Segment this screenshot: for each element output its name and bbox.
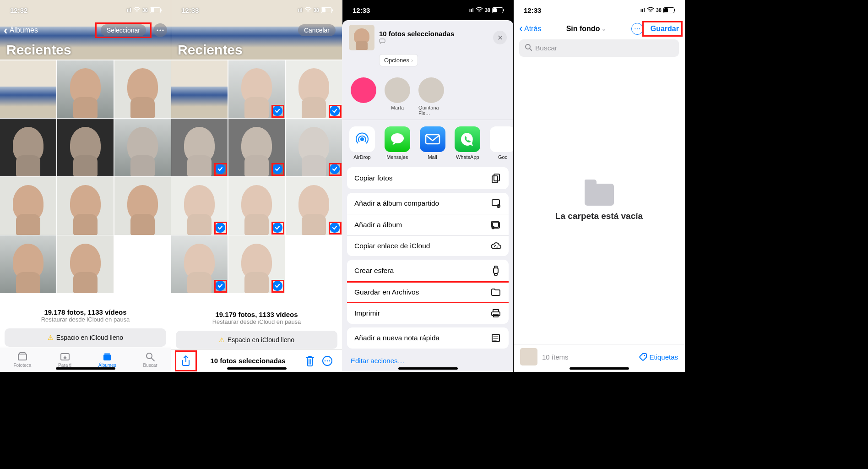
album-icon bbox=[490, 220, 501, 229]
back-button[interactable]: ‹Atrás bbox=[519, 23, 541, 35]
contact-suggestion[interactable] bbox=[351, 77, 376, 116]
items-count: 10 ítems bbox=[542, 353, 569, 361]
library-summary: 19.179 fotos, 1133 vídeos Restaurar desd… bbox=[171, 306, 342, 327]
status-time: 12:33 bbox=[353, 6, 370, 14]
photo-tile[interactable] bbox=[0, 119, 56, 176]
photo-tile-selected[interactable] bbox=[171, 177, 228, 235]
action-label: Copiar enlace de iCloud bbox=[354, 242, 430, 250]
app-mail[interactable]: Mail bbox=[418, 126, 447, 160]
status-right: ııl 38 bbox=[298, 7, 332, 14]
icloud-banner[interactable]: ⚠︎ Espacio en iCloud lleno bbox=[176, 331, 337, 349]
photo-tile-selected[interactable] bbox=[228, 119, 285, 176]
folder-title[interactable]: Sin fondo⌄ bbox=[541, 25, 631, 33]
save-button[interactable]: Guardar bbox=[651, 25, 679, 33]
options-label: Opciones bbox=[384, 57, 409, 64]
photo-tile[interactable] bbox=[57, 60, 114, 118]
photo-tile-selected[interactable] bbox=[286, 177, 342, 235]
photo-tile[interactable] bbox=[0, 177, 56, 235]
action-add-album[interactable]: Añadir a álbum bbox=[347, 214, 509, 236]
share-title: 10 fotos seleccionadas bbox=[379, 30, 454, 38]
action-create-watchface[interactable]: Crear esfera bbox=[347, 260, 509, 282]
photo-tile-selected[interactable] bbox=[228, 60, 285, 118]
count-line: 19.179 fotos, 1133 vídeos bbox=[171, 311, 342, 318]
contacts-row[interactable]: Marta Quintana Fis… bbox=[342, 71, 513, 120]
home-indicator[interactable] bbox=[570, 367, 629, 370]
photo-tile[interactable] bbox=[0, 60, 56, 118]
battery-icon bbox=[150, 7, 161, 13]
svg-rect-27 bbox=[494, 268, 498, 273]
tab-label: Para ti bbox=[58, 363, 71, 368]
photo-tile-selected[interactable] bbox=[228, 235, 285, 293]
photo-tile-selected[interactable] bbox=[171, 235, 228, 293]
svg-point-17 bbox=[360, 137, 364, 141]
share-thumbnail bbox=[349, 25, 374, 50]
tab-albumes[interactable]: Álbumes bbox=[98, 352, 116, 368]
status-right: ııl 38 bbox=[469, 7, 503, 14]
status-time: 12:33 bbox=[524, 6, 541, 14]
tab-parati[interactable]: Para ti bbox=[58, 352, 71, 368]
photo-tile-selected[interactable] bbox=[286, 119, 342, 176]
action-shared-album[interactable]: Añadir a álbum compartido bbox=[347, 193, 509, 214]
shared-album-icon bbox=[490, 199, 501, 208]
status-time: 12:32 bbox=[10, 6, 27, 14]
photo-tile[interactable] bbox=[57, 119, 114, 176]
home-indicator[interactable] bbox=[398, 367, 458, 370]
photo-tile[interactable] bbox=[114, 119, 171, 176]
photo-tile-collage[interactable] bbox=[286, 235, 342, 293]
more-button[interactable] bbox=[153, 23, 167, 37]
svg-point-36 bbox=[644, 355, 645, 356]
back-label[interactable]: Álbumes bbox=[10, 26, 38, 34]
battery-text: 38 bbox=[314, 7, 319, 13]
svg-point-10 bbox=[308, 11, 308, 12]
back-chevron-icon[interactable]: ‹ bbox=[4, 23, 8, 38]
empty-folder-state: La carpeta está vacía bbox=[514, 60, 684, 344]
photo-tile[interactable] bbox=[57, 235, 114, 293]
contact-suggestion[interactable]: Marta bbox=[385, 77, 410, 116]
action-label: Crear esfera bbox=[354, 267, 394, 275]
more-button[interactable]: ⋯ bbox=[631, 23, 643, 35]
svg-rect-21 bbox=[492, 176, 498, 183]
preview-thumb[interactable] bbox=[520, 348, 537, 365]
icloud-banner[interactable]: ⚠︎ Espacio en iCloud lleno bbox=[5, 328, 166, 347]
close-button[interactable]: ✕ bbox=[493, 31, 507, 44]
trash-button[interactable] bbox=[304, 355, 316, 366]
back-label: Atrás bbox=[524, 25, 541, 33]
search-field[interactable]: Buscar bbox=[519, 39, 679, 57]
home-indicator[interactable] bbox=[56, 367, 115, 370]
cancel-button[interactable]: Cancelar bbox=[298, 24, 336, 36]
app-whatsapp[interactable]: WhatsApp bbox=[453, 126, 482, 160]
app-more[interactable]: Goc bbox=[488, 126, 513, 160]
action-copy-photos[interactable]: Copiar fotos bbox=[347, 167, 509, 189]
contact-suggestion[interactable]: Quintana Fis… bbox=[418, 77, 444, 116]
app-mensajes[interactable]: Mensajes bbox=[383, 126, 412, 160]
photo-tile-selected[interactable] bbox=[171, 119, 228, 176]
photo-tile-selected[interactable] bbox=[286, 60, 342, 118]
tags-button[interactable]: Etiquetas bbox=[639, 353, 678, 361]
svg-rect-29 bbox=[494, 273, 497, 275]
select-button[interactable]: Seleccionar bbox=[101, 24, 146, 36]
more-button[interactable] bbox=[321, 355, 334, 366]
action-quick-note[interactable]: Añadir a nueva nota rápida bbox=[347, 327, 509, 349]
photo-tile[interactable] bbox=[57, 177, 114, 235]
action-save-to-files[interactable]: Guardar en Archivos bbox=[347, 282, 509, 303]
banner-text: Espacio en iCloud lleno bbox=[228, 336, 294, 344]
photo-tile[interactable] bbox=[114, 177, 171, 235]
action-label: Añadir a álbum bbox=[354, 221, 402, 229]
svg-point-3 bbox=[162, 29, 163, 31]
tags-label: Etiquetas bbox=[649, 353, 678, 361]
screen-photos-album: 12:32 ııl 38 ‹ Álbumes Seleccionar Recie… bbox=[0, 0, 171, 372]
photo-tile[interactable] bbox=[114, 60, 171, 118]
home-indicator[interactable] bbox=[227, 367, 287, 370]
app-airdrop[interactable]: AirDrop bbox=[348, 126, 376, 160]
tab-buscar[interactable]: Buscar bbox=[143, 352, 157, 368]
options-button[interactable]: Opciones› bbox=[379, 54, 418, 66]
tab-fototeca[interactable]: Fototeca bbox=[13, 352, 31, 368]
print-icon bbox=[490, 309, 501, 318]
action-print[interactable]: Imprimir bbox=[347, 303, 509, 324]
photo-tile[interactable] bbox=[171, 60, 228, 118]
app-label: Mail bbox=[428, 154, 437, 160]
share-button[interactable] bbox=[179, 355, 192, 367]
action-icloud-link[interactable]: Copiar enlace de iCloud bbox=[347, 236, 509, 256]
photo-tile[interactable] bbox=[0, 235, 56, 293]
photo-tile-selected[interactable] bbox=[228, 177, 285, 235]
